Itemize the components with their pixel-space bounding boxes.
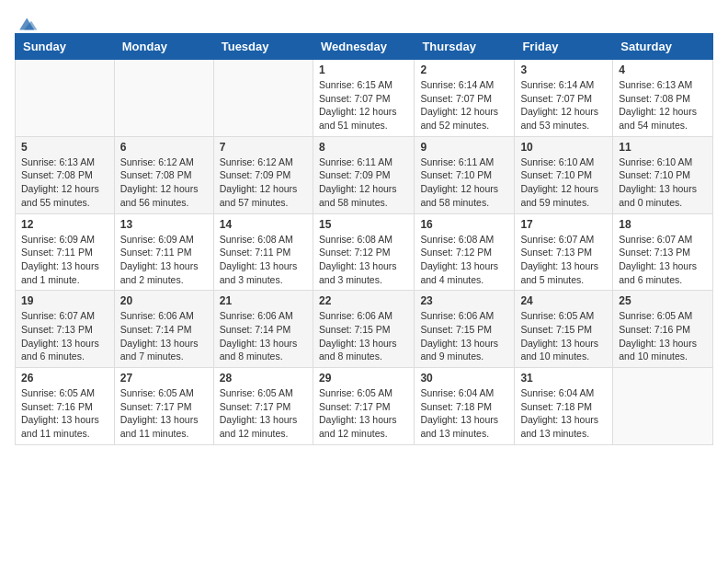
day-info: Sunrise: 6:09 AM Sunset: 7:11 PM Dayligh… <box>21 233 108 287</box>
calendar-cell: 18Sunrise: 6:07 AM Sunset: 7:13 PM Dayli… <box>613 213 713 291</box>
calendar-cell: 13Sunrise: 6:09 AM Sunset: 7:11 PM Dayli… <box>114 213 213 291</box>
calendar-cell: 5Sunrise: 6:13 AM Sunset: 7:08 PM Daylig… <box>16 136 115 213</box>
day-info: Sunrise: 6:11 AM Sunset: 7:09 PM Dayligh… <box>319 155 408 210</box>
calendar-cell: 2Sunrise: 6:14 AM Sunset: 7:07 PM Daylig… <box>415 60 515 137</box>
calendar-cell: 29Sunrise: 6:05 AM Sunset: 7:17 PM Dayli… <box>313 368 414 445</box>
calendar-cell: 12Sunrise: 6:09 AM Sunset: 7:11 PM Dayli… <box>16 213 115 291</box>
day-info: Sunrise: 6:14 AM Sunset: 7:07 PM Dayligh… <box>520 78 607 132</box>
calendar-cell: 1Sunrise: 6:15 AM Sunset: 7:07 PM Daylig… <box>313 60 414 137</box>
logo <box>15 15 39 29</box>
day-number: 8 <box>319 141 408 154</box>
col-header-friday: Friday <box>515 34 613 60</box>
day-info: Sunrise: 6:08 AM Sunset: 7:12 PM Dayligh… <box>420 233 508 287</box>
calendar-week-5: 26Sunrise: 6:05 AM Sunset: 7:16 PM Dayli… <box>16 368 713 445</box>
day-info: Sunrise: 6:10 AM Sunset: 7:10 PM Dayligh… <box>520 155 607 210</box>
calendar-cell <box>16 60 115 137</box>
day-info: Sunrise: 6:06 AM Sunset: 7:14 PM Dayligh… <box>220 309 307 363</box>
day-info: Sunrise: 6:07 AM Sunset: 7:13 PM Dayligh… <box>619 233 707 287</box>
calendar-cell: 14Sunrise: 6:08 AM Sunset: 7:11 PM Dayli… <box>213 213 313 291</box>
day-number: 14 <box>220 218 307 231</box>
page-header <box>15 15 713 29</box>
calendar-week-4: 19Sunrise: 6:07 AM Sunset: 7:13 PM Dayli… <box>16 291 713 368</box>
day-info: Sunrise: 6:05 AM Sunset: 7:17 PM Dayligh… <box>120 386 208 441</box>
day-number: 1 <box>319 63 408 76</box>
calendar-cell: 11Sunrise: 6:10 AM Sunset: 7:10 PM Dayli… <box>613 136 713 213</box>
calendar-cell: 19Sunrise: 6:07 AM Sunset: 7:13 PM Dayli… <box>16 291 115 368</box>
day-number: 5 <box>21 141 108 154</box>
day-number: 10 <box>520 141 607 154</box>
day-info: Sunrise: 6:05 AM Sunset: 7:15 PM Dayligh… <box>520 309 607 363</box>
day-info: Sunrise: 6:06 AM Sunset: 7:14 PM Dayligh… <box>120 309 208 363</box>
calendar-cell: 23Sunrise: 6:06 AM Sunset: 7:15 PM Dayli… <box>415 291 515 368</box>
calendar-cell: 21Sunrise: 6:06 AM Sunset: 7:14 PM Dayli… <box>213 291 313 368</box>
day-info: Sunrise: 6:05 AM Sunset: 7:17 PM Dayligh… <box>220 386 307 441</box>
calendar-cell: 20Sunrise: 6:06 AM Sunset: 7:14 PM Dayli… <box>114 291 213 368</box>
calendar-week-3: 12Sunrise: 6:09 AM Sunset: 7:11 PM Dayli… <box>16 213 713 291</box>
calendar-cell: 15Sunrise: 6:08 AM Sunset: 7:12 PM Dayli… <box>313 213 414 291</box>
day-info: Sunrise: 6:13 AM Sunset: 7:08 PM Dayligh… <box>21 155 108 210</box>
day-info: Sunrise: 6:12 AM Sunset: 7:08 PM Dayligh… <box>120 155 208 210</box>
calendar-cell: 6Sunrise: 6:12 AM Sunset: 7:08 PM Daylig… <box>114 136 213 213</box>
calendar-cell: 30Sunrise: 6:04 AM Sunset: 7:18 PM Dayli… <box>415 368 515 445</box>
day-info: Sunrise: 6:08 AM Sunset: 7:12 PM Dayligh… <box>319 233 408 287</box>
day-info: Sunrise: 6:10 AM Sunset: 7:10 PM Dayligh… <box>619 155 707 210</box>
day-number: 16 <box>420 218 508 231</box>
col-header-monday: Monday <box>114 34 213 60</box>
day-info: Sunrise: 6:07 AM Sunset: 7:13 PM Dayligh… <box>520 233 607 287</box>
day-info: Sunrise: 6:04 AM Sunset: 7:18 PM Dayligh… <box>520 386 607 441</box>
calendar-cell: 8Sunrise: 6:11 AM Sunset: 7:09 PM Daylig… <box>313 136 414 213</box>
calendar-cell: 10Sunrise: 6:10 AM Sunset: 7:10 PM Dayli… <box>515 136 613 213</box>
day-info: Sunrise: 6:06 AM Sunset: 7:15 PM Dayligh… <box>420 309 508 363</box>
day-info: Sunrise: 6:14 AM Sunset: 7:07 PM Dayligh… <box>420 78 508 132</box>
calendar-cell <box>613 368 713 445</box>
day-number: 6 <box>120 141 208 154</box>
calendar-cell: 22Sunrise: 6:06 AM Sunset: 7:15 PM Dayli… <box>313 291 414 368</box>
day-number: 24 <box>520 294 607 307</box>
calendar-header-row: SundayMondayTuesdayWednesdayThursdayFrid… <box>16 34 713 60</box>
col-header-wednesday: Wednesday <box>313 34 414 60</box>
day-number: 30 <box>420 372 508 385</box>
day-number: 22 <box>319 294 408 307</box>
day-info: Sunrise: 6:11 AM Sunset: 7:10 PM Dayligh… <box>420 155 508 210</box>
day-number: 2 <box>420 63 508 76</box>
day-info: Sunrise: 6:05 AM Sunset: 7:16 PM Dayligh… <box>21 386 108 441</box>
calendar-cell: 27Sunrise: 6:05 AM Sunset: 7:17 PM Dayli… <box>114 368 213 445</box>
calendar-cell: 16Sunrise: 6:08 AM Sunset: 7:12 PM Dayli… <box>415 213 515 291</box>
day-number: 29 <box>319 372 408 385</box>
day-number: 4 <box>619 63 707 76</box>
day-number: 9 <box>420 141 508 154</box>
day-info: Sunrise: 6:12 AM Sunset: 7:09 PM Dayligh… <box>220 155 307 210</box>
calendar-cell: 3Sunrise: 6:14 AM Sunset: 7:07 PM Daylig… <box>515 60 613 137</box>
day-number: 17 <box>520 218 607 231</box>
day-info: Sunrise: 6:05 AM Sunset: 7:17 PM Dayligh… <box>319 386 408 441</box>
calendar-cell: 24Sunrise: 6:05 AM Sunset: 7:15 PM Dayli… <box>515 291 613 368</box>
calendar-week-2: 5Sunrise: 6:13 AM Sunset: 7:08 PM Daylig… <box>16 136 713 213</box>
calendar-week-1: 1Sunrise: 6:15 AM Sunset: 7:07 PM Daylig… <box>16 60 713 137</box>
day-number: 28 <box>220 372 307 385</box>
calendar-cell <box>213 60 313 137</box>
day-number: 23 <box>420 294 508 307</box>
logo-bird-icon <box>17 15 39 33</box>
day-number: 13 <box>120 218 208 231</box>
calendar-cell: 28Sunrise: 6:05 AM Sunset: 7:17 PM Dayli… <box>213 368 313 445</box>
day-number: 15 <box>319 218 408 231</box>
calendar-cell: 25Sunrise: 6:05 AM Sunset: 7:16 PM Dayli… <box>613 291 713 368</box>
day-number: 19 <box>21 294 108 307</box>
calendar-cell: 26Sunrise: 6:05 AM Sunset: 7:16 PM Dayli… <box>16 368 115 445</box>
calendar-cell: 4Sunrise: 6:13 AM Sunset: 7:08 PM Daylig… <box>613 60 713 137</box>
day-number: 7 <box>220 141 307 154</box>
calendar-cell: 7Sunrise: 6:12 AM Sunset: 7:09 PM Daylig… <box>213 136 313 213</box>
day-number: 27 <box>120 372 208 385</box>
day-number: 21 <box>220 294 307 307</box>
day-info: Sunrise: 6:06 AM Sunset: 7:15 PM Dayligh… <box>319 309 408 363</box>
day-number: 20 <box>120 294 208 307</box>
calendar-table: SundayMondayTuesdayWednesdayThursdayFrid… <box>15 33 713 445</box>
day-number: 11 <box>619 141 707 154</box>
day-info: Sunrise: 6:04 AM Sunset: 7:18 PM Dayligh… <box>420 386 508 441</box>
col-header-sunday: Sunday <box>16 34 115 60</box>
day-info: Sunrise: 6:15 AM Sunset: 7:07 PM Dayligh… <box>319 78 408 132</box>
calendar-cell: 17Sunrise: 6:07 AM Sunset: 7:13 PM Dayli… <box>515 213 613 291</box>
day-number: 3 <box>520 63 607 76</box>
day-number: 26 <box>21 372 108 385</box>
day-number: 12 <box>21 218 108 231</box>
